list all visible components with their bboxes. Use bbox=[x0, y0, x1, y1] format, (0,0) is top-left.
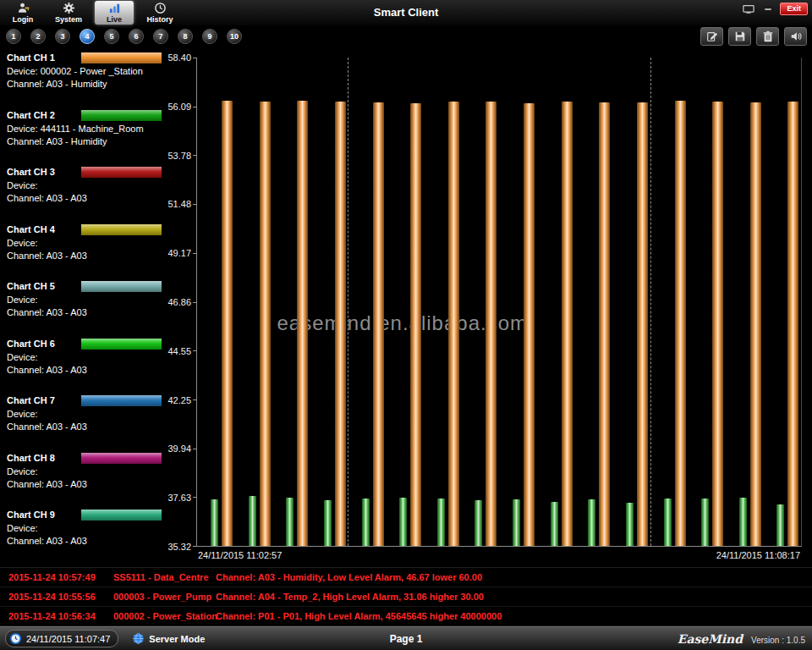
channel-color-swatch bbox=[81, 281, 162, 292]
history-icon bbox=[154, 2, 167, 14]
y-tick-mark bbox=[193, 350, 197, 351]
alarm-message: Channel: A03 - Humidity, Low Level Alarm… bbox=[216, 572, 482, 582]
alarm-device: 000002 - Power_Station bbox=[113, 607, 216, 626]
bar-ch2 bbox=[399, 498, 407, 547]
alarm-message: Channel: P01 - P01, High Level Alarm, 45… bbox=[216, 611, 502, 621]
nav-history[interactable]: History bbox=[140, 1, 179, 25]
save-button[interactable] bbox=[728, 27, 751, 46]
bar-ch2 bbox=[362, 499, 370, 547]
bar-ch1 bbox=[712, 102, 723, 546]
nav-login[interactable]: Login bbox=[3, 1, 42, 25]
speaker-icon bbox=[790, 30, 802, 42]
smart-client-window: LoginSystemLiveHistory Smart Client Exit… bbox=[0, 0, 812, 650]
page-tab-10[interactable]: 10 bbox=[227, 29, 242, 44]
y-tick-label: 39.94 bbox=[167, 443, 191, 454]
bar-ch1 bbox=[524, 103, 535, 547]
page-tab-6[interactable]: 6 bbox=[129, 29, 144, 44]
y-tick-mark bbox=[193, 107, 197, 107]
channel-color-swatch bbox=[81, 52, 162, 63]
bar-ch2 bbox=[437, 499, 445, 546]
y-tick-label: 35.32 bbox=[167, 542, 191, 552]
bar-ch2 bbox=[249, 496, 256, 546]
page-tabs: 12345678910 bbox=[6, 29, 242, 44]
bar-ch1 bbox=[486, 102, 497, 547]
channel-color-swatch bbox=[81, 167, 162, 178]
x-axis: 24/11/2015 11:02:57 24/11/2015 11:08:17 bbox=[196, 550, 802, 560]
edit-button[interactable] bbox=[700, 27, 723, 46]
page-tab-2[interactable]: 2 bbox=[30, 29, 46, 44]
y-tick-label: 37.63 bbox=[167, 493, 191, 503]
y-tick-label: 58.40 bbox=[167, 52, 191, 63]
main-nav: LoginSystemLiveHistory bbox=[3, 0, 179, 25]
channel-color-swatch bbox=[81, 339, 162, 350]
toolbar bbox=[700, 27, 807, 46]
nav-system[interactable]: System bbox=[49, 1, 88, 25]
bar-ch1 bbox=[448, 102, 459, 546]
page-tab-3[interactable]: 3 bbox=[55, 29, 70, 44]
bar-ch1 bbox=[675, 101, 686, 546]
gear-icon bbox=[63, 2, 75, 14]
nav-label-history: History bbox=[146, 15, 173, 24]
alarm-time: 2015-11-24 10:55:56 bbox=[8, 587, 113, 607]
page-tab-4[interactable]: 4 bbox=[80, 29, 95, 44]
alarm-device: SS5111 - Data_Centre bbox=[113, 568, 216, 587]
y-tick-mark bbox=[193, 449, 197, 449]
y-tick-mark bbox=[193, 155, 197, 156]
bar-ch2 bbox=[324, 500, 332, 547]
clock-box: 24/11/2015 11:07:47 bbox=[5, 630, 118, 647]
y-tick-label: 56.09 bbox=[167, 102, 191, 112]
alarm-row[interactable]: 2015-11-24 10:56:34000002 - Power_Statio… bbox=[0, 607, 812, 626]
channel-color-swatch bbox=[81, 395, 162, 406]
app-title: Smart Client bbox=[374, 6, 439, 19]
server-mode: Server Mode bbox=[132, 632, 205, 645]
y-tick-label: 44.55 bbox=[167, 346, 191, 356]
page-tab-9[interactable]: 9 bbox=[202, 29, 217, 44]
y-tick-mark bbox=[193, 58, 197, 58]
speaker-button[interactable] bbox=[784, 27, 807, 46]
nav-label-login: Login bbox=[13, 15, 34, 24]
bar-ch2 bbox=[701, 499, 709, 546]
bar-ch1 bbox=[750, 102, 761, 546]
bar-ch1 bbox=[599, 102, 610, 546]
globe-icon bbox=[132, 632, 145, 645]
header-bar: LoginSystemLiveHistory Smart Client Exit bbox=[0, 0, 812, 25]
nav-label-live: Live bbox=[107, 15, 122, 24]
bar-ch2 bbox=[588, 499, 595, 546]
channel-color-swatch bbox=[81, 453, 162, 464]
page-tab-1[interactable]: 1 bbox=[6, 29, 21, 44]
save-icon bbox=[734, 30, 746, 42]
exit-button[interactable]: Exit bbox=[780, 3, 808, 15]
bar-ch1 bbox=[373, 102, 384, 546]
alarm-row[interactable]: 2015-11-24 10:55:56000003 - Power_PumpCh… bbox=[0, 587, 812, 607]
delete-button[interactable] bbox=[756, 27, 779, 46]
bar-ch2 bbox=[626, 503, 634, 547]
y-tick-mark bbox=[193, 497, 197, 498]
alarm-row[interactable]: 2015-11-24 10:57:49SS5111 - Data_CentreC… bbox=[0, 568, 812, 587]
minimize-icon[interactable] bbox=[760, 3, 776, 15]
version-label: Version : 1.0.5 bbox=[751, 636, 805, 645]
display-icon[interactable] bbox=[741, 3, 756, 15]
nav-label-system: System bbox=[55, 15, 82, 24]
x-end-label: 24/11/2015 11:08:17 bbox=[716, 550, 800, 560]
page-tab-5[interactable]: 5 bbox=[104, 29, 119, 44]
server-mode-label: Server Mode bbox=[149, 634, 205, 644]
status-time: 24/11/2015 11:07:47 bbox=[26, 634, 110, 644]
page-tab-7[interactable]: 7 bbox=[153, 29, 168, 44]
x-start-label: 24/11/2015 11:02:57 bbox=[198, 550, 282, 560]
edit-icon bbox=[706, 30, 718, 42]
delete-icon bbox=[762, 30, 774, 42]
y-tick-mark bbox=[193, 302, 197, 303]
y-tick-label: 46.86 bbox=[167, 297, 191, 307]
bar-ch2 bbox=[513, 499, 520, 546]
y-tick-mark bbox=[193, 399, 197, 400]
bar-ch2 bbox=[211, 499, 218, 546]
bar-ch2 bbox=[286, 498, 294, 546]
alarm-message: Channel: A04 - Temp_2, High Level Alarm,… bbox=[216, 592, 484, 602]
bar-ch1 bbox=[260, 102, 271, 546]
login-icon bbox=[17, 2, 30, 14]
clock-icon bbox=[9, 632, 22, 645]
bar-ch1 bbox=[222, 101, 233, 546]
page-tab-8[interactable]: 8 bbox=[178, 29, 193, 44]
alarm-list: 2015-11-24 10:57:49SS5111 - Data_CentreC… bbox=[0, 567, 812, 626]
nav-live[interactable]: Live bbox=[95, 1, 134, 25]
